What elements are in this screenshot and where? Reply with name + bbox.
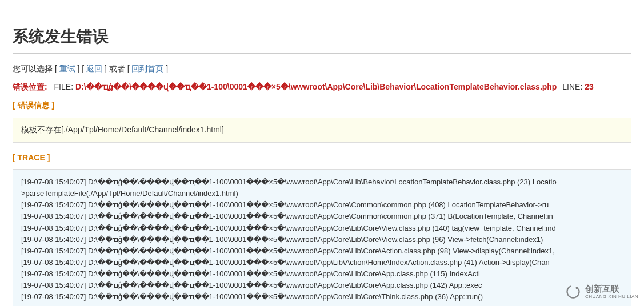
trace-line: [19-07-08 15:40:07] D:\��ҵģ��\����վ��ҵ��… — [21, 291, 623, 303]
error-location: 错误位置: FILE: D:\��ҵģ��\����վ��ҵ��1-100\00… — [13, 82, 631, 92]
trace-header: [ TRACE ] — [13, 153, 631, 162]
trace-line: [19-07-08 15:40:07] D:\��ҵģ��\����վ��ҵ��… — [21, 199, 623, 211]
watermark-en: CHUANG XIN HU LIAN — [585, 294, 638, 300]
trace-line: [19-07-08 15:40:07] D:\��ҵģ��\����վ��ҵ��… — [21, 280, 623, 291]
trace-line: [19-07-08 15:40:07] D:\��ҵģ��\����վ��ҵ��… — [21, 211, 623, 222]
svg-point-1 — [575, 287, 578, 289]
trace-line: [19-07-08 15:40:07] D:\��ҵģ��\����վ��ҵ��… — [21, 234, 623, 245]
trace-line: [19-07-08 15:40:07] D:\��ҵģ��\����վ��ҵ��… — [21, 245, 623, 257]
trace-box: [19-07-08 15:40:07] D:\��ҵģ��\����վ��ҵ��… — [13, 169, 631, 306]
error-message-box: 模板不存在[./App/Tpl/Home/Default/Channel/ind… — [13, 118, 631, 143]
trace-line: >parseTemplateFile(./App/Tpl/Home/Defaul… — [21, 188, 623, 199]
line-label: LINE: — [562, 82, 582, 91]
error-location-label: 错误位置: — [13, 82, 47, 91]
back-link[interactable]: 返回 — [86, 64, 102, 73]
trace-line: [19-07-08 15:40:07] D:\��ҵģ��\����վ��ҵ��… — [21, 257, 623, 268]
action-suffix: ] — [163, 64, 168, 73]
divider — [13, 53, 631, 54]
watermark-cn: 创新互联 — [585, 284, 638, 294]
trace-line: [19-07-08 15:40:07] D:\��ҵģ��\����վ��ҵ��… — [21, 268, 623, 280]
action-row: 您可以选择 [ 重试 ] [ 返回 ] 或者 [ 回到首页 ] — [13, 64, 631, 74]
file-label: FILE: — [54, 82, 73, 91]
action-prefix: 您可以选择 [ — [13, 64, 59, 73]
watermark-text: 创新互联 CHUANG XIN HU LIAN — [585, 284, 638, 300]
action-sep1: ] [ — [75, 64, 86, 73]
line-number: 23 — [585, 82, 594, 91]
action-sep2: ] 或者 [ — [102, 64, 131, 73]
trace-line: [19-07-08 15:40:07] D:\��ҵģ��\����վ��ҵ��… — [21, 176, 623, 188]
error-file-path: D:\��ҵģ��\����վ��ҵ��1-100\0001���×5�\www… — [75, 82, 557, 91]
watermark-logo-icon — [565, 283, 582, 300]
watermark: 创新互联 CHUANG XIN HU LIAN — [565, 283, 638, 300]
home-link[interactable]: 回到首页 — [131, 64, 163, 73]
retry-link[interactable]: 重试 — [59, 64, 75, 73]
error-info-header: [ 错误信息 ] — [13, 100, 631, 111]
page-title: 系统发生错误 — [13, 26, 631, 47]
trace-line: [19-07-08 15:40:07] D:\��ҵģ��\����վ��ҵ��… — [21, 223, 623, 234]
